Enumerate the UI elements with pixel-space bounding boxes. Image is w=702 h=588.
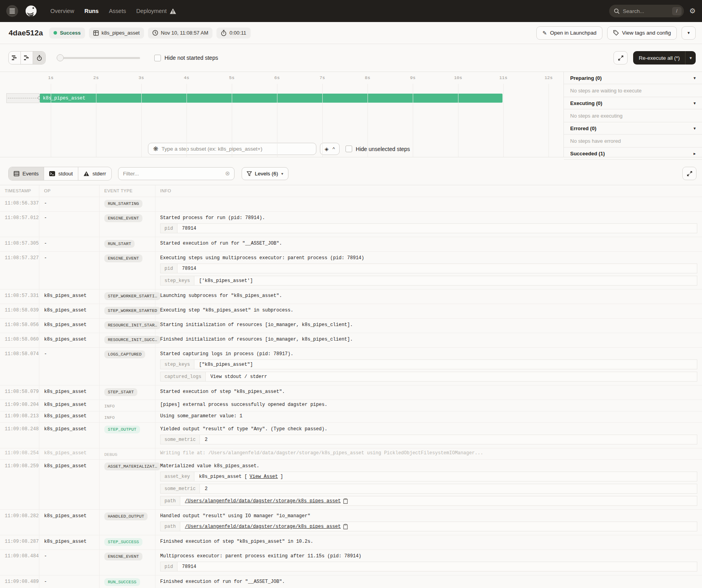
event-type-badge: RUN_START bbox=[104, 240, 135, 248]
event-metadata-row: some_metric2 bbox=[160, 435, 697, 444]
event-row[interactable]: 11:09:08.213k8s_pipes_assetINFOUsing som… bbox=[0, 411, 702, 423]
hide-not-started-checkbox-row[interactable]: Hide not started steps bbox=[154, 55, 218, 61]
timed-view-button[interactable] bbox=[33, 52, 45, 64]
event-message: Started execution of step "k8s_pipes_ass… bbox=[160, 389, 697, 395]
event-op: - bbox=[39, 212, 100, 237]
run-actions-dropdown-button[interactable]: ▾ bbox=[682, 26, 696, 40]
event-info: [pipes] external process successfully op… bbox=[155, 400, 702, 411]
clear-filter-icon[interactable]: ⊗ bbox=[225, 170, 230, 177]
event-op: k8s_pipes_asset bbox=[39, 411, 100, 422]
reexecute-dropdown-caret[interactable]: ▾ bbox=[685, 51, 696, 65]
event-type-badge: RUN_SUCCESS bbox=[104, 578, 140, 586]
sidebar-section-header[interactable]: Executing (0)▾ bbox=[564, 97, 702, 109]
event-metadata-row: pid78914 bbox=[160, 562, 697, 571]
event-row[interactable]: 11:08:57.305-RUN_STARTStarted execution … bbox=[0, 237, 702, 252]
event-row[interactable]: 11:09:08.204k8s_pipes_assetINFO[pipes] e… bbox=[0, 400, 702, 411]
gantt-view-toggle-group bbox=[8, 51, 46, 65]
hamburger-menu-button[interactable] bbox=[6, 5, 18, 17]
events-table: TIMESTAMP OP EVENT TYPE INFO 11:08:56.33… bbox=[0, 185, 702, 588]
tab-stdout[interactable]: stdout bbox=[44, 167, 78, 180]
event-row[interactable]: 11:09:08.259k8s_pipes_assetASSET_MATERIA… bbox=[0, 460, 702, 510]
nav-links: Overview Runs Assets Deployment bbox=[50, 8, 176, 14]
event-info: Finished execution of step "k8s_pipes_as… bbox=[155, 535, 702, 549]
filter-input[interactable] bbox=[123, 171, 225, 177]
event-row[interactable]: 11:08:56.337-RUN_STARTING bbox=[0, 197, 702, 212]
event-row[interactable]: 11:09:08.248k8s_pipes_assetSTEP_OUTPUTYi… bbox=[0, 423, 702, 448]
events-toolbar: Events stdout stderr ⊗ Levels (6) ▾ bbox=[0, 162, 702, 185]
tab-events[interactable]: Events bbox=[9, 167, 44, 180]
job-name-badge[interactable]: k8s_pipes_asset bbox=[89, 28, 144, 39]
copy-path-icon[interactable] bbox=[343, 498, 348, 504]
metadata-link[interactable]: /Users/alangenfeld/data/dagster/storage/… bbox=[185, 524, 341, 529]
nav-link-assets[interactable]: Assets bbox=[109, 8, 126, 14]
event-row[interactable]: 11:09:08.282k8s_pipes_assetHANDLED_OUTPU… bbox=[0, 510, 702, 535]
reexecute-all-split-button[interactable]: Re-execute all (*) ▾ bbox=[633, 51, 696, 65]
event-row[interactable]: 11:08:58.079k8s_pipes_assetSTEP_STARTSta… bbox=[0, 385, 702, 400]
waterfall-view-button[interactable] bbox=[21, 52, 33, 64]
nav-link-overview[interactable]: Overview bbox=[50, 8, 74, 14]
event-row[interactable]: 11:08:57.327-ENGINE_EVENTExecuting steps… bbox=[0, 252, 702, 289]
gantt-fullscreen-button[interactable] bbox=[613, 51, 628, 65]
metadata-key: step_keys bbox=[161, 276, 194, 285]
event-row[interactable]: 11:08:58.074-LOGS_CAPTUREDStarted captur… bbox=[0, 348, 702, 385]
clock-icon bbox=[152, 30, 158, 36]
op-selector-icon: ❋ bbox=[153, 145, 158, 153]
event-message: Yielded output "result" of type "Any". (… bbox=[160, 426, 697, 432]
sidebar-section-header[interactable]: Errored (0)▾ bbox=[564, 122, 702, 135]
event-row[interactable]: 11:09:08.287k8s_pipes_assetSTEP_SUCCESSF… bbox=[0, 535, 702, 550]
graph-query-toggle-button[interactable]: ◈ ^ bbox=[320, 143, 340, 155]
sidebar-section-label: Executing (0) bbox=[570, 100, 602, 106]
event-op: k8s_pipes_asset bbox=[39, 423, 100, 448]
events-fullscreen-button[interactable] bbox=[682, 167, 696, 180]
event-row[interactable]: 11:08:58.056k8s_pipes_assetRESOURCE_INIT… bbox=[0, 319, 702, 333]
event-type-badge: STEP_START bbox=[104, 388, 137, 396]
event-timestamp: 11:08:58.056 bbox=[0, 319, 39, 333]
sidebar-section-header[interactable]: Preparing (0)▾ bbox=[564, 72, 702, 84]
metadata-text: View stdout / stderr bbox=[211, 374, 267, 380]
event-op: k8s_pipes_asset bbox=[39, 289, 100, 304]
events-section: Events stdout stderr ⊗ Levels (6) ▾ bbox=[0, 162, 702, 588]
flat-view-button[interactable] bbox=[9, 52, 21, 64]
settings-gear-icon[interactable]: ⚙ bbox=[689, 7, 696, 15]
reexecute-all-button[interactable]: Re-execute all (*) bbox=[633, 51, 685, 65]
slider-knob[interactable] bbox=[57, 54, 64, 61]
nav-link-runs[interactable]: Runs bbox=[84, 8, 98, 14]
open-in-launchpad-button[interactable]: ✎ Open in Launchpad bbox=[536, 26, 602, 40]
search-input[interactable]: Search... / bbox=[609, 5, 684, 17]
event-type-cell: STEP_WORKER_STARTI… bbox=[100, 289, 155, 304]
event-row[interactable]: 11:09:08.489-RUN_SUCCESSFinished executi… bbox=[0, 575, 702, 588]
sidebar-section-header[interactable]: Succeeded (1)▸ bbox=[564, 147, 702, 160]
tab-stderr[interactable]: stderr bbox=[78, 167, 111, 180]
gantt-zoom-slider[interactable] bbox=[57, 54, 140, 62]
event-info: Started process for run (pid: 78914).pid… bbox=[155, 212, 702, 237]
view-tags-config-button[interactable]: View tags and config bbox=[607, 26, 677, 40]
event-info: Executing steps using multiprocess execu… bbox=[155, 252, 702, 289]
event-type-badge: STEP_WORKER_STARTED bbox=[104, 307, 161, 315]
event-timestamp: 11:08:57.305 bbox=[0, 237, 39, 251]
sidebar-section-note: No steps have errored bbox=[564, 135, 702, 147]
event-row[interactable]: 11:08:57.012-ENGINE_EVENTStarted process… bbox=[0, 212, 702, 237]
step-subset-input[interactable] bbox=[161, 146, 311, 152]
hide-unselected-checkbox-row[interactable]: Hide unselected steps bbox=[345, 146, 410, 152]
levels-dropdown-button[interactable]: Levels (6) ▾ bbox=[242, 167, 288, 180]
event-row[interactable]: 11:08:58.039k8s_pipes_assetSTEP_WORKER_S… bbox=[0, 304, 702, 319]
hide-not-started-checkbox[interactable] bbox=[154, 55, 161, 61]
gantt-step-bar[interactable]: k8s_pipes_asset bbox=[40, 94, 502, 103]
event-row[interactable]: 11:09:08.254k8s_pipes_assetDEBUGWriting … bbox=[0, 448, 702, 460]
metadata-link[interactable]: /Users/alangenfeld/data/dagster/storage/… bbox=[185, 498, 341, 504]
event-row[interactable]: 11:08:57.331k8s_pipes_assetSTEP_WORKER_S… bbox=[0, 289, 702, 304]
hide-unselected-checkbox[interactable] bbox=[345, 146, 352, 152]
gantt-chart[interactable]: k8s_pipes_asset ❋ ◈ ^ Hide unselected st… bbox=[0, 72, 563, 157]
event-row[interactable]: 11:09:08.484-ENGINE_EVENTMultiprocess ex… bbox=[0, 550, 702, 575]
chevron-down-icon: ▾ bbox=[693, 76, 696, 81]
event-type-cell: INFO bbox=[100, 411, 155, 422]
stderr-warning-icon bbox=[83, 171, 89, 176]
event-op: k8s_pipes_asset bbox=[39, 460, 100, 509]
copy-path-icon[interactable] bbox=[343, 524, 348, 529]
metadata-link[interactable]: View Asset bbox=[249, 474, 278, 479]
event-timestamp: 11:09:08.213 bbox=[0, 411, 39, 422]
nav-link-deployment[interactable]: Deployment bbox=[136, 8, 176, 14]
event-row[interactable]: 11:08:58.060k8s_pipes_assetRESOURCE_INIT… bbox=[0, 333, 702, 348]
col-header-op: OP bbox=[39, 185, 100, 197]
metadata-value: 78914 bbox=[177, 562, 697, 571]
